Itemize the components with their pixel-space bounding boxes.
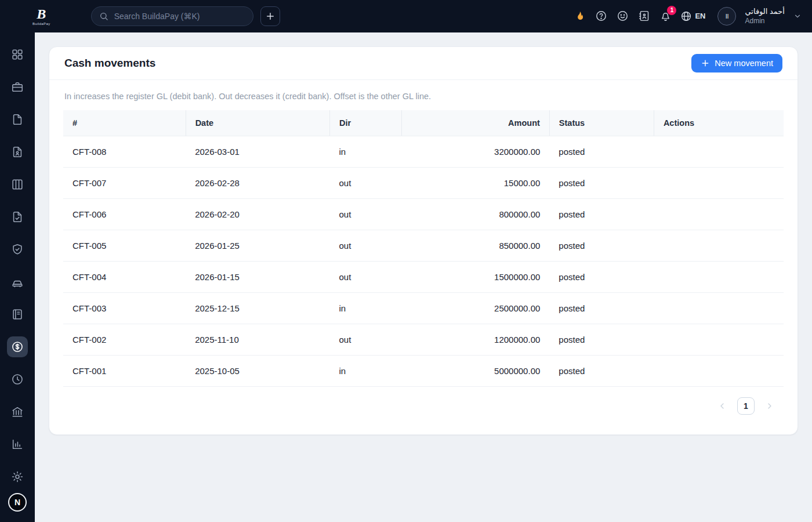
- pagination-next-button[interactable]: [762, 398, 778, 414]
- contacts-icon[interactable]: [637, 10, 650, 23]
- plus-icon: [265, 11, 276, 21]
- cell-amount: 1200000.00: [402, 324, 550, 356]
- table-row: CFT-008 2026-03-01 in 3200000.00 posted: [63, 136, 784, 168]
- column-header-date[interactable]: Date: [186, 110, 329, 136]
- sidebar: N: [0, 32, 35, 522]
- cell-date: 2025-11-10: [186, 324, 329, 356]
- cell-dir: in: [330, 356, 402, 387]
- cell-actions: [654, 356, 784, 387]
- feedback-smiley-icon[interactable]: [616, 10, 629, 23]
- cell-dir: out: [330, 230, 402, 262]
- cell-amount: 5000000.00: [402, 356, 550, 387]
- sidebar-item-dashboard[interactable]: [7, 44, 28, 65]
- cash-movements-card: Cash movements New movement In increases…: [49, 46, 798, 435]
- cell-dir: out: [330, 262, 402, 293]
- sidebar-item-cash[interactable]: [7, 336, 28, 357]
- search-input[interactable]: [113, 11, 245, 21]
- pagination-prev-button[interactable]: [714, 398, 730, 414]
- cell-amount: 850000.00: [402, 230, 550, 262]
- sidebar-item-ledger[interactable]: [7, 304, 28, 325]
- table-row: CFT-003 2025-12-15 in 2500000.00 posted: [63, 293, 784, 324]
- cell-status: posted: [549, 230, 654, 262]
- sidebar-item-approvals[interactable]: [7, 206, 28, 227]
- cell-date: 2026-01-15: [186, 262, 329, 293]
- document-icon: [11, 113, 24, 126]
- column-header-amount[interactable]: Amount: [402, 110, 550, 136]
- notifications-bell-icon[interactable]: 1: [659, 10, 672, 23]
- cell-actions: [654, 136, 784, 168]
- main-content: Cash movements New movement In increases…: [35, 32, 812, 522]
- cell-dir: in: [330, 293, 402, 324]
- pagination: 1: [63, 397, 784, 415]
- language-switcher[interactable]: EN: [680, 10, 705, 22]
- gear-icon: [11, 470, 24, 483]
- chart-bar-icon: [11, 438, 24, 451]
- plus-icon: [701, 59, 710, 68]
- sidebar-item-settings[interactable]: [7, 466, 28, 487]
- cell-id: CFT-004: [63, 262, 186, 293]
- table-row: CFT-007 2026-02-28 out 15000.00 posted: [63, 168, 784, 199]
- table-header-row: # Date Dir Amount Status Actions: [63, 110, 784, 136]
- document-check-icon: [11, 211, 24, 223]
- sidebar-item-time[interactable]: [7, 369, 28, 390]
- cell-date: 2026-01-25: [186, 230, 329, 262]
- user-menu[interactable]: أحمد الوفاتي Admin: [745, 7, 785, 26]
- sidebar-user-avatar[interactable]: N: [8, 493, 27, 512]
- cell-id: CFT-001: [63, 356, 186, 387]
- cell-status: posted: [549, 356, 654, 387]
- table-row: CFT-004 2026-01-15 out 1500000.00 posted: [63, 262, 784, 293]
- sidebar-item-board[interactable]: [7, 174, 28, 195]
- global-search[interactable]: [91, 6, 253, 26]
- cell-status: posted: [549, 262, 654, 293]
- cell-id: CFT-005: [63, 230, 186, 262]
- search-icon: [99, 12, 108, 21]
- sidebar-item-contracts[interactable]: [7, 142, 28, 162]
- sidebar-item-bank[interactable]: [7, 401, 28, 422]
- chevron-down-icon[interactable]: [793, 12, 802, 20]
- cell-status: posted: [549, 293, 654, 324]
- cell-date: 2026-02-20: [186, 199, 329, 230]
- table-row: CFT-001 2025-10-05 in 5000000.00 posted: [63, 356, 784, 387]
- cell-id: CFT-007: [63, 168, 186, 199]
- new-movement-button[interactable]: New movement: [691, 54, 782, 72]
- topbar-actions: 1 EN Il أحمد الوفاتي Admin: [573, 7, 802, 26]
- app-logo[interactable]: B BuildaPay: [32, 7, 50, 26]
- cell-amount: 2500000.00: [402, 293, 550, 324]
- cell-actions: [654, 262, 784, 293]
- sidebar-item-fleet[interactable]: [7, 271, 28, 292]
- language-label: EN: [695, 12, 705, 20]
- chevron-left-icon: [717, 401, 727, 411]
- cell-amount: 1500000.00: [402, 262, 550, 293]
- sidebar-item-documents[interactable]: [7, 109, 28, 130]
- chevron-right-icon: [765, 401, 774, 411]
- sidebar-item-projects[interactable]: [7, 77, 28, 97]
- kanban-icon: [11, 178, 24, 191]
- whats-new-flame-icon[interactable]: [573, 10, 586, 23]
- cell-actions: [654, 199, 784, 230]
- cell-status: posted: [549, 168, 654, 199]
- cell-amount: 800000.00: [402, 199, 550, 230]
- cell-status: posted: [549, 199, 654, 230]
- column-header-id[interactable]: #: [63, 110, 186, 136]
- cell-actions: [654, 324, 784, 356]
- bank-icon: [11, 405, 24, 418]
- cell-status: posted: [549, 136, 654, 168]
- table-description: In increases the register GL (debit bank…: [64, 92, 782, 101]
- sidebar-item-reports[interactable]: [7, 434, 28, 455]
- card-body: In increases the register GL (debit bank…: [49, 80, 798, 434]
- table-row: CFT-006 2026-02-20 out 800000.00 posted: [63, 199, 784, 230]
- pagination-page-1[interactable]: 1: [737, 397, 755, 415]
- cell-id: CFT-003: [63, 293, 186, 324]
- cell-actions: [654, 168, 784, 199]
- cell-date: 2025-12-15: [186, 293, 329, 324]
- cell-id: CFT-008: [63, 136, 186, 168]
- cell-date: 2026-02-28: [186, 168, 329, 199]
- column-header-actions[interactable]: Actions: [654, 110, 784, 136]
- column-header-status[interactable]: Status: [549, 110, 654, 136]
- help-icon[interactable]: [594, 10, 607, 23]
- column-header-dir[interactable]: Dir: [330, 110, 402, 136]
- sidebar-item-compliance[interactable]: [7, 239, 28, 260]
- cell-amount: 3200000.00: [402, 136, 550, 168]
- quick-add-button[interactable]: [260, 6, 280, 26]
- user-avatar[interactable]: Il: [717, 7, 736, 26]
